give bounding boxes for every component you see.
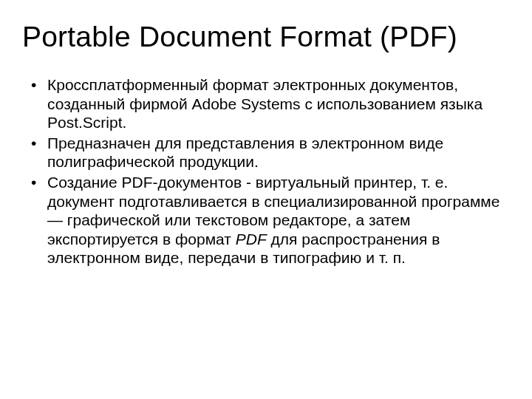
bullet-marker: • — [22, 134, 47, 153]
list-item-text: Создание PDF-документов - виртуальный пр… — [47, 173, 510, 267]
bullet-list: • Кроссплатформенный формат электронных … — [22, 75, 510, 267]
list-item: • Предназначен для представления в элект… — [22, 134, 510, 171]
text-run-italic: PDF — [236, 231, 267, 248]
bullet-marker: • — [22, 75, 47, 95]
bullet-marker: • — [22, 173, 47, 192]
list-item: • Создание PDF-документов - виртуальный … — [22, 173, 510, 267]
list-item-text: Кроссплатформенный формат электронных до… — [47, 75, 510, 132]
slide-title: Portable Document Format (PDF) — [22, 21, 510, 53]
list-item: • Кроссплатформенный формат электронных … — [22, 75, 510, 132]
list-item-text: Предназначен для представления в электро… — [47, 134, 510, 171]
